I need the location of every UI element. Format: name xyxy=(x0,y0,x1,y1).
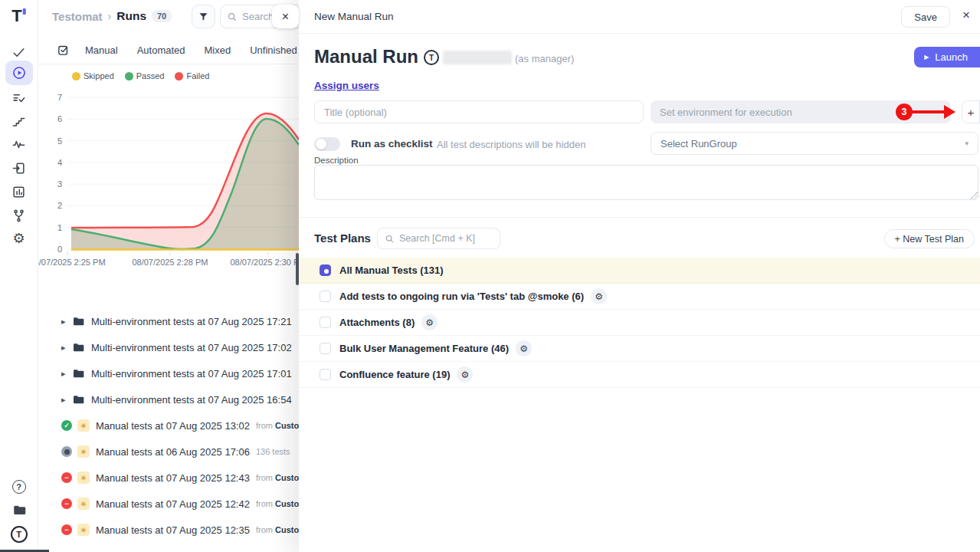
panel-close-button[interactable]: × xyxy=(272,5,299,28)
test-plans-search[interactable] xyxy=(377,228,500,249)
app-window: T ⚙ ? xyxy=(0,0,980,552)
run-folder-row[interactable]: ▸ Multi-environment tests at 07 Aug 2025… xyxy=(38,308,299,334)
chevron-right-icon[interactable]: ▸ xyxy=(61,395,72,405)
run-title: Multi-environment tests at 07 Aug 2025 1… xyxy=(91,394,292,406)
rungroup-select[interactable]: Select RunGroup ▾ xyxy=(651,132,978,155)
checkbox-icon[interactable] xyxy=(320,291,331,302)
manual-test-icon: ✳ xyxy=(77,472,90,484)
checklist-label: Run as checklist xyxy=(351,138,433,150)
ytick-2: 2 xyxy=(57,201,62,210)
test-plan-gear-button[interactable]: ⚙ xyxy=(516,340,532,356)
test-plan-row-all-manual[interactable]: All Manual Tests (131) xyxy=(299,258,980,284)
chevron-right-icon[interactable]: ▸ xyxy=(61,317,72,327)
folder-icon xyxy=(72,315,84,327)
test-plan-gear-button[interactable]: ⚙ xyxy=(421,314,438,330)
run-folder-row[interactable]: ▸ Multi-environment tests at 07 Aug 2025… xyxy=(38,360,299,386)
test-plan-row[interactable]: Add tests to ongoing run via 'Tests' tab… xyxy=(299,284,980,310)
run-row[interactable]: ✳ Manual tests at 06 Aug 2025 17:06 136 … xyxy=(38,439,299,465)
chevron-down-icon: ▾ xyxy=(965,140,969,147)
save-button[interactable]: Save xyxy=(901,6,950,28)
test-plan-row[interactable]: Attachments (8) ⚙ xyxy=(299,310,980,336)
test-plan-gear-button[interactable]: ⚙ xyxy=(591,288,607,304)
manager-avatar: T xyxy=(424,50,439,65)
test-plan-row[interactable]: Bulk User Management Feature (46) ⚙ xyxy=(299,336,980,362)
add-environment-button[interactable]: + xyxy=(962,100,980,123)
run-folder-row[interactable]: ▸ Multi-environment tests at 07 Aug 2025… xyxy=(38,386,299,412)
test-plan-label: Attachments (8) xyxy=(339,317,415,328)
tab-mixed[interactable]: Mixed xyxy=(205,44,231,56)
checkbox-icon[interactable] xyxy=(320,317,331,328)
run-meta-prefix: from xyxy=(256,499,273,508)
test-plans-nav-list-check-icon[interactable] xyxy=(5,87,33,110)
test-plan-label: All Manual Tests (131) xyxy=(339,264,444,276)
chevron-right-icon[interactable]: ▸ xyxy=(61,343,72,353)
checkbox-icon[interactable] xyxy=(320,369,331,380)
status-failed-icon: − xyxy=(61,524,72,535)
breadcrumb-separator: › xyxy=(108,10,112,22)
nav-sidebar: T ⚙ ? xyxy=(0,0,38,552)
assign-users-link[interactable]: Assign users xyxy=(314,80,379,91)
run-title: Multi-environment tests at 07 Aug 2025 1… xyxy=(91,368,292,380)
projects-folder-icon[interactable] xyxy=(5,498,33,521)
branches-nav-git-icon[interactable] xyxy=(5,204,33,227)
run-meta-prefix: from xyxy=(256,473,273,482)
milestones-nav-stairs-icon[interactable] xyxy=(5,110,33,133)
run-heading: Manual Run xyxy=(314,46,418,67)
checkbox-icon[interactable] xyxy=(320,343,331,354)
new-test-plan-button[interactable]: + New Test Plan xyxy=(884,229,975,248)
new-manual-run-modal: New Manual Run Save × Manual Run T (as m… xyxy=(299,0,980,552)
xtick-2: 08/07/2025 2:28 PM xyxy=(132,258,208,267)
launch-label: Launch xyxy=(935,51,968,63)
modal-title: New Manual Run xyxy=(314,11,394,22)
run-meta-prefix: from xyxy=(256,421,273,430)
tab-manual[interactable]: Manual xyxy=(85,44,118,56)
test-plan-gear-button[interactable]: ⚙ xyxy=(457,366,473,383)
app-logo[interactable]: T xyxy=(11,6,25,26)
tab-automated[interactable]: Automated xyxy=(137,44,185,56)
launch-button[interactable]: ▶ Launch xyxy=(914,47,980,67)
manual-test-icon: ✳ xyxy=(77,524,90,536)
test-plans-search-input[interactable] xyxy=(399,233,487,244)
folder-icon xyxy=(72,393,84,406)
test-plan-row[interactable]: Confluence feature (19) ⚙ xyxy=(299,362,980,388)
section-divider xyxy=(299,217,980,218)
run-meta-value: 136 tests xyxy=(256,447,290,456)
run-as-checklist-toggle[interactable] xyxy=(314,137,340,151)
settings-nav-gear-icon[interactable]: ⚙ xyxy=(5,227,33,250)
filter-button[interactable] xyxy=(192,5,215,28)
run-row[interactable]: − ✳ Manual tests at 07 Aug 2025 12:42 fr… xyxy=(38,491,299,517)
ytick-3: 3 xyxy=(57,179,62,189)
avatar-letter: T xyxy=(11,526,28,543)
run-folder-row[interactable]: ▸ Multi-environment tests at 07 Aug 2025… xyxy=(38,334,299,360)
breadcrumb-project[interactable]: Testomat xyxy=(52,10,103,23)
select-all-icon[interactable] xyxy=(57,44,70,57)
toggle-knob xyxy=(316,139,326,150)
account-avatar[interactable]: T xyxy=(5,523,33,546)
analytics-nav-pulse-icon[interactable] xyxy=(5,133,33,156)
run-list: ▸ Multi-environment tests at 07 Aug 2025… xyxy=(38,308,299,543)
reports-nav-bar-chart-icon[interactable] xyxy=(5,180,33,203)
close-icon: × xyxy=(282,10,289,24)
run-meta: from Custom xyxy=(256,421,299,430)
run-title: Multi-environment tests at 07 Aug 2025 1… xyxy=(91,342,292,353)
checkbox-checked-icon[interactable] xyxy=(320,264,331,276)
run-meta: 136 tests xyxy=(256,447,290,456)
chevron-right-icon[interactable]: ▸ xyxy=(61,369,72,379)
tab-unfinished[interactable]: Unfinished xyxy=(250,44,297,56)
ytick-1: 1 xyxy=(57,223,62,232)
close-icon[interactable]: × xyxy=(957,8,975,23)
help-icon[interactable]: ? xyxy=(5,475,33,498)
run-title-input[interactable] xyxy=(314,100,644,123)
ytick-7: 7 xyxy=(57,93,62,102)
run-title: Manual tests at 07 Aug 2025 12:35 xyxy=(96,524,250,536)
description-textarea[interactable] xyxy=(314,165,978,200)
import-nav-icon[interactable] xyxy=(5,156,33,179)
runs-nav-play-circle-icon[interactable] xyxy=(5,61,33,85)
manual-test-icon: ✳ xyxy=(77,419,90,432)
run-row[interactable]: − ✳ Manual tests at 07 Aug 2025 12:43 fr… xyxy=(38,465,299,491)
runs-page: Testomat › Runs 70 Manual Automated Mixe… xyxy=(38,0,299,552)
run-row[interactable]: ✓ ✳ Manual tests at 07 Aug 2025 13:02 fr… xyxy=(38,412,299,439)
run-row[interactable]: − ✳ Manual tests at 07 Aug 2025 12:35 fr… xyxy=(38,517,299,543)
ytick-5: 5 xyxy=(57,136,62,146)
run-title: Manual tests at 07 Aug 2025 12:42 xyxy=(96,498,250,510)
